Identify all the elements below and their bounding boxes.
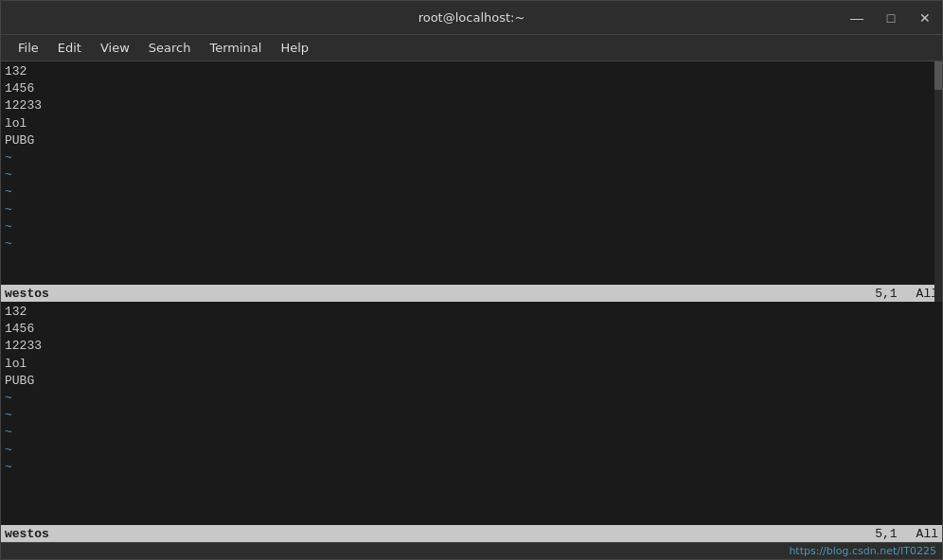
menu-view[interactable]: View [91, 39, 139, 57]
footer-link: https://blog.csdn.net/IT0225 [789, 545, 936, 557]
tilde-b5: ~ [5, 459, 938, 476]
window-controls: — □ ✕ [840, 1, 942, 35]
menu-edit[interactable]: Edit [48, 39, 91, 57]
status-position-top: 5,1 [875, 287, 897, 301]
terminal-content[interactable]: 132 1456 12233 lol PUBG ~ ~ ~ ~ ~ ~ west… [1, 61, 942, 559]
status-view-bottom: All [916, 527, 938, 541]
footer-bar: https://blog.csdn.net/IT0225 [1, 542, 942, 559]
scrollbar-top[interactable] [934, 61, 942, 302]
menu-help[interactable]: Help [271, 39, 318, 57]
tilde-6: ~ [5, 236, 938, 253]
menu-file[interactable]: File [9, 39, 48, 57]
menu-terminal[interactable]: Terminal [200, 39, 271, 57]
close-button[interactable]: ✕ [908, 1, 942, 35]
status-filename-top: westos [5, 287, 49, 301]
minimize-button[interactable]: — [840, 1, 874, 35]
tilde-b3: ~ [5, 424, 938, 441]
maximize-button[interactable]: □ [874, 1, 908, 35]
tilde-b1: ~ [5, 390, 938, 407]
menu-search[interactable]: Search [139, 39, 201, 57]
tilde-2: ~ [5, 166, 938, 184]
vim-pane-bottom: 132 1456 12233 lol PUBG ~ ~ ~ ~ ~ westos… [1, 302, 942, 542]
line-b1: 132 [5, 304, 938, 321]
vim-pane-top: 132 1456 12233 lol PUBG ~ ~ ~ ~ ~ ~ west… [1, 61, 942, 302]
vim-text-bottom[interactable]: 132 1456 12233 lol PUBG ~ ~ ~ ~ ~ [1, 302, 942, 525]
status-position-bottom: 5,1 [875, 527, 897, 541]
status-filename-bottom: westos [5, 527, 49, 541]
line-4: lol [5, 115, 938, 132]
window-title: root@localhost:~ [418, 10, 525, 25]
status-bar-bottom: westos 5,1 All [1, 525, 942, 542]
tilde-5: ~ [5, 219, 938, 236]
menu-bar: File Edit View Search Terminal Help [1, 35, 942, 61]
vim-text-top[interactable]: 132 1456 12233 lol PUBG ~ ~ ~ ~ ~ ~ [1, 61, 942, 285]
line-b3: 12233 [5, 338, 938, 355]
line-1: 132 [5, 63, 938, 80]
line-5: PUBG [5, 132, 938, 149]
line-2: 1456 [5, 80, 938, 97]
line-b2: 1456 [5, 321, 938, 338]
line-b4: lol [5, 356, 938, 373]
status-bar-top: westos 5,1 All [1, 285, 942, 302]
status-right-bottom: 5,1 All [875, 527, 938, 541]
status-right-top: 5,1 All [875, 287, 938, 301]
tilde-4: ~ [5, 201, 938, 219]
tilde-3: ~ [5, 184, 938, 201]
terminal-window: root@localhost:~ — □ ✕ File Edit View Se… [0, 0, 943, 560]
title-bar: root@localhost:~ — □ ✕ [1, 1, 942, 35]
tilde-1: ~ [5, 149, 938, 166]
line-3: 12233 [5, 97, 938, 114]
line-b5: PUBG [5, 373, 938, 390]
tilde-b4: ~ [5, 442, 938, 459]
tilde-b2: ~ [5, 407, 938, 424]
scrollbar-thumb-top[interactable] [934, 61, 942, 90]
